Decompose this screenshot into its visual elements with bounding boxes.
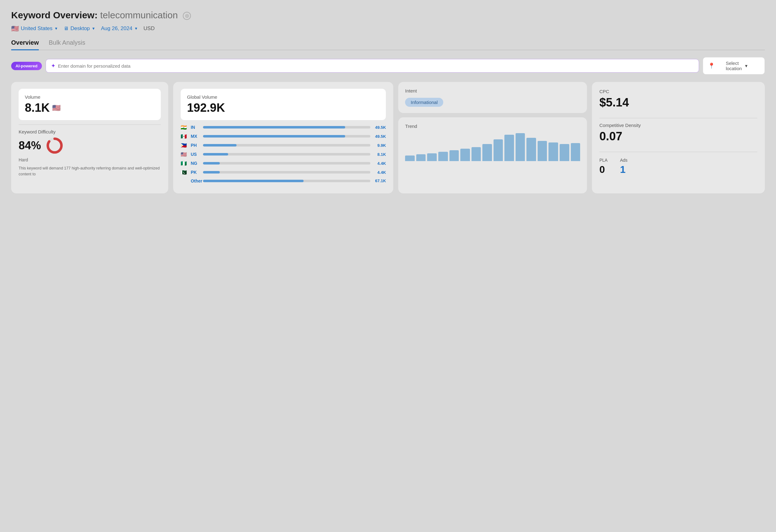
location-pin-icon: 📍 bbox=[708, 62, 723, 69]
trend-bar bbox=[527, 138, 536, 161]
list-item: 🇳🇬NG4.4K bbox=[181, 161, 386, 166]
list-item: 🇵🇰PK4.4K bbox=[181, 169, 386, 175]
country-volume: 8.1K bbox=[373, 152, 386, 157]
trend-bar bbox=[482, 144, 492, 161]
tab-overview[interactable]: Overview bbox=[11, 39, 39, 50]
sparkle-icon: ✦ bbox=[51, 62, 55, 69]
volume-label: Volume bbox=[25, 95, 155, 100]
country-bar-track bbox=[203, 180, 370, 182]
cards-grid: Volume 8.1K 🇺🇸 Keyword Difficulty 84% Ha… bbox=[11, 82, 765, 193]
trend-bar bbox=[494, 139, 503, 161]
country-chevron-icon: ▼ bbox=[54, 26, 58, 31]
country-flag-icon: 🇺🇸 bbox=[181, 152, 188, 157]
location-select[interactable]: 📍 Select location ▼ bbox=[703, 57, 765, 74]
country-bar-fill bbox=[203, 135, 345, 138]
trend-bar bbox=[516, 133, 525, 161]
card-divider bbox=[19, 125, 161, 125]
page-header: Keyword Overview: telecommunication ⊕ 🇺🇸… bbox=[11, 10, 765, 32]
trend-bar bbox=[538, 141, 547, 161]
intent-card: Intent Informational bbox=[398, 82, 587, 113]
country-bar-fill bbox=[203, 126, 345, 129]
competitive-label: Competitive Density bbox=[599, 123, 757, 128]
trend-bar bbox=[416, 154, 426, 161]
country-volume: 67.1K bbox=[373, 178, 386, 183]
cpc-label: CPC bbox=[599, 89, 757, 94]
trend-chart bbox=[405, 133, 580, 161]
trend-label: Trend bbox=[405, 124, 580, 129]
intent-badge: Informational bbox=[405, 98, 443, 107]
page-title: Keyword Overview: telecommunication ⊕ bbox=[11, 10, 765, 20]
competitive-value: 0.07 bbox=[599, 130, 757, 143]
device-chevron-icon: ▼ bbox=[91, 26, 95, 31]
trend-bar bbox=[405, 156, 415, 161]
list-item: 🇵🇭PH9.9K bbox=[181, 143, 386, 148]
country-bar-track bbox=[203, 144, 370, 147]
domain-input-wrapper[interactable]: ✦ bbox=[46, 59, 699, 72]
country-bar-fill bbox=[203, 153, 228, 156]
keyword-text: telecommunication bbox=[100, 10, 178, 20]
country-volume: 49.5K bbox=[373, 134, 386, 139]
country-flag-icon: 🇮🇳 bbox=[181, 125, 188, 130]
date-chevron-icon: ▼ bbox=[134, 26, 138, 31]
device-label: Desktop bbox=[70, 25, 90, 32]
volume-value: 8.1K 🇺🇸 bbox=[25, 102, 155, 115]
tab-bulk-analysis[interactable]: Bulk Analysis bbox=[49, 39, 85, 50]
global-volume-card: Global Volume 192.9K 🇮🇳IN49.5K🇲🇽MX49.5K🇵… bbox=[173, 82, 393, 193]
tabs-row: Overview Bulk Analysis bbox=[11, 39, 765, 50]
country-bar-track bbox=[203, 135, 370, 138]
country-code: NG bbox=[191, 161, 201, 166]
country-bar-track bbox=[203, 126, 370, 129]
cpc-card: CPC $5.14 Competitive Density 0.07 PLA 0… bbox=[592, 82, 765, 193]
ads-value: 1 bbox=[620, 164, 627, 175]
search-bar-row: AI-powered ✦ 📍 Select location ▼ bbox=[11, 57, 765, 74]
country-volume: 49.5K bbox=[373, 125, 386, 130]
country-volume: 9.9K bbox=[373, 143, 386, 148]
country-bar-track bbox=[203, 153, 370, 156]
intent-label: Intent bbox=[405, 88, 580, 94]
country-flag-icon: 🇵🇰 bbox=[181, 169, 188, 175]
pla-ads-row: PLA 0 Ads 1 bbox=[599, 158, 757, 175]
trend-bar bbox=[471, 147, 481, 161]
svg-point-1 bbox=[48, 139, 61, 152]
kd-difficulty: Hard bbox=[19, 157, 161, 162]
country-volume: 4.4K bbox=[373, 170, 386, 175]
date-filter[interactable]: Aug 26, 2024 ▼ bbox=[101, 25, 138, 32]
desktop-icon: 🖥 bbox=[64, 26, 68, 31]
list-item: 🇮🇳IN49.5K bbox=[181, 125, 386, 130]
device-filter[interactable]: 🖥 Desktop ▼ bbox=[64, 25, 95, 32]
trend-bar bbox=[427, 153, 437, 161]
volume-card: Volume 8.1K 🇺🇸 Keyword Difficulty 84% Ha… bbox=[11, 82, 168, 193]
country-flag-icon: 🇳🇬 bbox=[181, 161, 188, 166]
country-bar-fill bbox=[203, 180, 303, 182]
list-item: 🇲🇽MX49.5K bbox=[181, 134, 386, 139]
global-volume-label: Global Volume bbox=[187, 95, 380, 100]
domain-input[interactable] bbox=[58, 63, 694, 68]
pla-column: PLA 0 bbox=[599, 158, 607, 175]
cpc-value: $5.14 bbox=[599, 96, 757, 109]
country-bar-fill bbox=[203, 144, 236, 147]
ads-column: Ads 1 bbox=[620, 158, 627, 175]
trend-bar bbox=[571, 143, 580, 161]
country-bar-track bbox=[203, 162, 370, 165]
trend-bar bbox=[460, 149, 470, 161]
ads-label: Ads bbox=[620, 158, 627, 163]
trend-bar bbox=[438, 152, 448, 161]
kd-desc: This keyword will demand 177 high-author… bbox=[19, 165, 161, 177]
global-volume-value: 192.9K bbox=[187, 102, 380, 115]
add-keyword-icon[interactable]: ⊕ bbox=[183, 12, 191, 20]
country-flag: 🇺🇸 bbox=[11, 25, 19, 32]
country-code: PK bbox=[191, 170, 201, 175]
list-item: Other67.1K bbox=[181, 178, 386, 183]
volume-flag: 🇺🇸 bbox=[52, 104, 60, 112]
country-code: PH bbox=[191, 143, 201, 148]
pla-value: 0 bbox=[599, 164, 607, 175]
list-item: 🇺🇸US8.1K bbox=[181, 152, 386, 157]
intent-trend-column: Intent Informational Trend bbox=[398, 82, 587, 193]
country-bar-track bbox=[203, 171, 370, 174]
volume-white-box: Volume 8.1K 🇺🇸 bbox=[19, 89, 161, 120]
country-list: 🇮🇳IN49.5K🇲🇽MX49.5K🇵🇭PH9.9K🇺🇸US8.1K🇳🇬NG4.… bbox=[181, 125, 386, 183]
country-filter[interactable]: 🇺🇸 United States ▼ bbox=[11, 25, 58, 32]
kd-value: 84% bbox=[19, 139, 41, 152]
filters-row: 🇺🇸 United States ▼ 🖥 Desktop ▼ Aug 26, 2… bbox=[11, 25, 765, 32]
kd-donut bbox=[46, 137, 63, 154]
